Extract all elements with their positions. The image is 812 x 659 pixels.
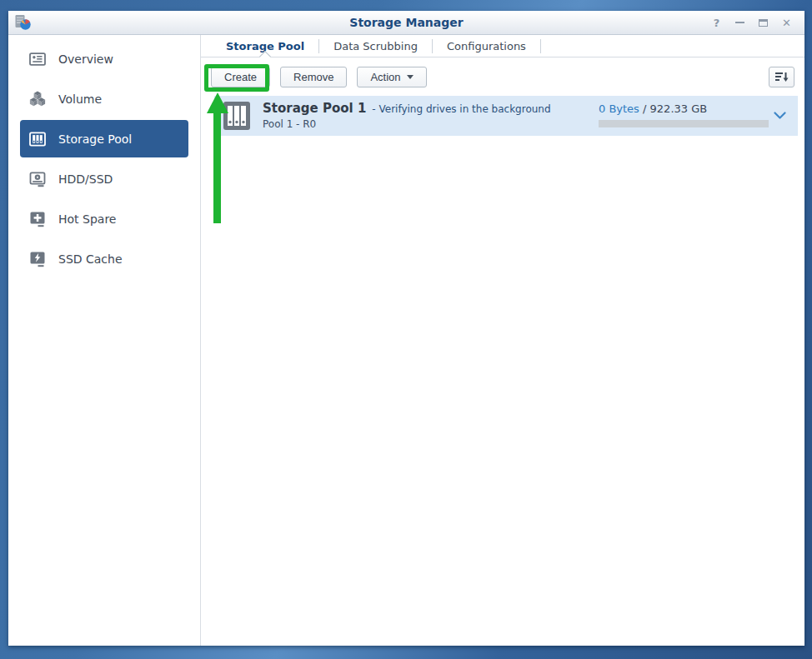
window-title: Storage Manager — [8, 16, 804, 29]
sidebar-item-label: Hot Spare — [58, 212, 116, 226]
help-icon[interactable]: ? — [710, 17, 723, 29]
hot-spare-icon — [28, 209, 48, 229]
ssd-cache-icon — [28, 249, 48, 269]
sort-descending-icon — [774, 71, 789, 83]
create-button[interactable]: Create — [211, 67, 270, 87]
sidebar-item-label: Overview — [58, 52, 113, 66]
caret-down-icon — [407, 75, 414, 79]
maximize-icon[interactable] — [757, 17, 769, 29]
main-panel: Storage Pool Data Scrubbing Configuratio… — [201, 35, 804, 646]
pool-total-bytes: 922.33 GB — [650, 102, 708, 115]
storage-pool-icon — [28, 129, 48, 149]
sidebar-item-storage-pool[interactable]: Storage Pool — [20, 120, 188, 157]
overview-icon — [28, 49, 48, 69]
storage-manager-app-icon — [13, 13, 32, 32]
volume-icon — [28, 89, 48, 109]
pool-used-bytes[interactable]: 0 Bytes — [599, 102, 639, 115]
close-icon[interactable]: ✕ — [780, 17, 793, 29]
minimize-icon[interactable] — [734, 17, 746, 29]
hdd-ssd-icon — [28, 169, 48, 189]
sidebar-item-label: HDD/SSD — [58, 172, 113, 186]
action-button-label: Action — [370, 71, 400, 83]
sidebar-item-label: SSD Cache — [58, 252, 123, 266]
pool-status: - Verifying drives in the background — [372, 104, 550, 114]
tab-data-scrubbing[interactable]: Data Scrubbing — [319, 35, 432, 57]
titlebar: Storage Manager ? ✕ — [8, 11, 804, 35]
window-controls: ? ✕ — [710, 17, 793, 29]
sidebar: Overview Volume — [8, 35, 201, 646]
pool-usage-progressbar — [599, 120, 769, 127]
remove-button[interactable]: Remove — [280, 67, 347, 87]
storage-pool-row[interactable]: Storage Pool 1 - Verifying drives in the… — [214, 96, 798, 136]
pool-detail: Pool 1 - R0 — [263, 119, 551, 129]
sort-button[interactable] — [769, 67, 794, 87]
pool-name: Storage Pool 1 — [263, 102, 366, 115]
sidebar-item-hot-spare[interactable]: Hot Spare — [20, 200, 188, 237]
sidebar-item-label: Storage Pool — [58, 132, 132, 146]
pool-usage: 0 Bytes / 922.33 GB — [599, 102, 774, 127]
storage-pool-drives-icon — [223, 101, 251, 131]
tab-bar: Storage Pool Data Scrubbing Configuratio… — [201, 35, 804, 57]
pool-info: Storage Pool 1 - Verifying drives in the… — [263, 102, 551, 129]
sidebar-item-ssd-cache[interactable]: SSD Cache — [20, 240, 188, 277]
usage-divider: / — [643, 102, 650, 115]
sidebar-item-hdd-ssd[interactable]: HDD/SSD — [20, 160, 188, 197]
toolbar: Create Remove Action — [201, 57, 804, 87]
storage-pool-list: Storage Pool 1 - Verifying drives in the… — [201, 87, 804, 136]
sidebar-item-volume[interactable]: Volume — [20, 80, 188, 117]
tab-storage-pool[interactable]: Storage Pool — [212, 35, 318, 57]
chevron-down-icon[interactable] — [774, 112, 786, 120]
sidebar-item-overview[interactable]: Overview — [20, 40, 188, 77]
action-button[interactable]: Action — [357, 67, 426, 87]
tab-divider — [540, 39, 541, 53]
sidebar-item-label: Volume — [58, 92, 102, 106]
tab-configurations[interactable]: Configurations — [433, 35, 540, 57]
storage-manager-window: Storage Manager ? ✕ Overview — [8, 11, 804, 646]
